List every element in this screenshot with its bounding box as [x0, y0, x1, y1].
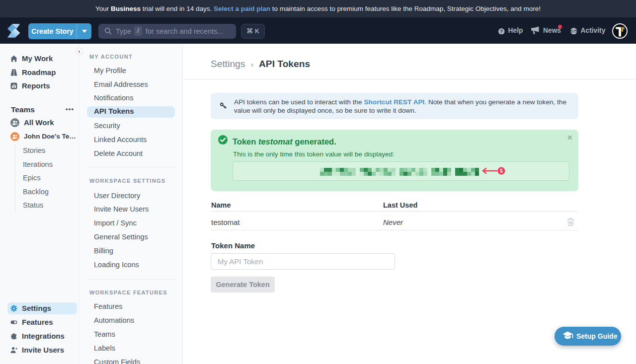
svg-text:5: 5: [500, 168, 503, 174]
svg-text:?: ?: [500, 29, 503, 34]
